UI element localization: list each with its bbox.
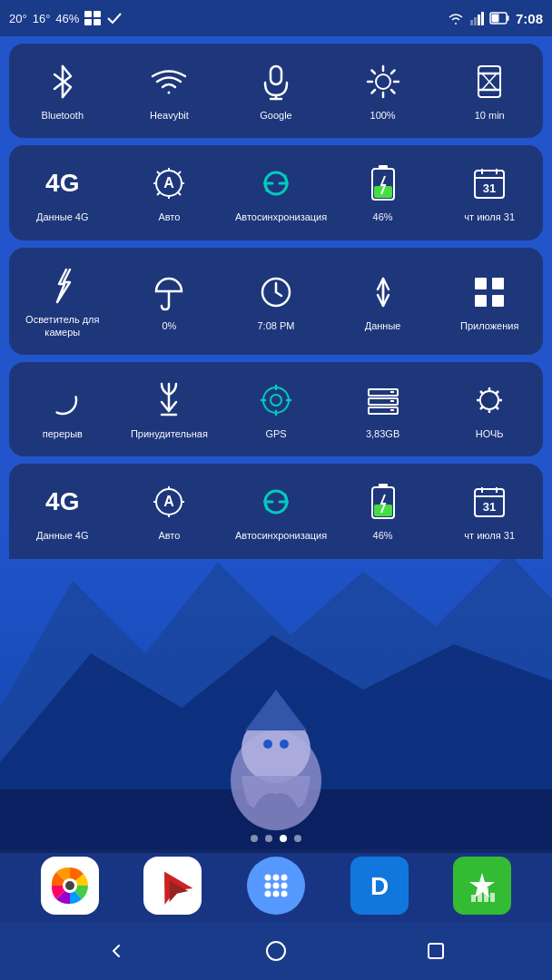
tile-forced[interactable]: Принудительная: [116, 371, 223, 447]
partial-tile-sync-label: Автосинхронизация: [235, 529, 317, 542]
tile-bluetooth[interactable]: Bluetooth: [9, 53, 116, 129]
partial-tile-sync[interactable]: Автосинхронизация: [222, 473, 330, 549]
svg-point-68: [263, 387, 289, 413]
partial-auto-icon: A: [147, 480, 191, 524]
recent-button[interactable]: [418, 933, 454, 969]
tile-wifi[interactable]: Heavybit: [116, 53, 223, 129]
partial-tile-4g-label: Данные 4G: [36, 529, 88, 542]
svg-point-104: [65, 881, 74, 890]
tile-storage[interactable]: 3,83GB: [330, 371, 437, 447]
partial-panel: 4G Данные 4G A Авто: [9, 464, 543, 558]
partial-tile-battery[interactable]: 46%: [330, 473, 437, 549]
tile-calendar-label: чт июля 31: [464, 211, 515, 223]
app-row: D: [0, 849, 552, 922]
svg-rect-1: [94, 11, 101, 17]
app-drawer[interactable]: [247, 857, 305, 915]
tile-mic[interactable]: Google: [222, 53, 330, 129]
tile-clock[interactable]: 7:08 PM: [222, 257, 330, 347]
tile-battery[interactable]: 46%: [330, 154, 437, 230]
svg-rect-21: [271, 66, 281, 84]
calendar-icon: 31: [468, 162, 511, 205]
app-leo[interactable]: [41, 857, 99, 915]
partial-tile-calendar-label: чт июля 31: [464, 529, 515, 542]
partial-4g-icon: 4G: [41, 480, 84, 524]
tile-data[interactable]: Данные: [330, 257, 437, 347]
svg-line-30: [391, 90, 395, 93]
svg-rect-10: [491, 15, 498, 23]
tile-apps[interactable]: Приложения: [436, 257, 543, 347]
svg-rect-62: [475, 295, 487, 307]
svg-rect-9: [507, 15, 508, 21]
temp-low: 16°: [33, 12, 51, 25]
tile-data-label: Данные: [365, 319, 401, 332]
partial-tile-calendar[interactable]: 31 чт июля 31: [436, 473, 543, 549]
torch-icon: [41, 264, 84, 308]
data-icon: [361, 270, 405, 314]
page-dots: [0, 835, 552, 842]
panel-4-grid: перерыв Принудительная: [9, 371, 543, 447]
svg-rect-63: [492, 295, 504, 307]
battery-percent: 46%: [55, 12, 79, 25]
svg-point-17: [263, 740, 272, 749]
tile-torch[interactable]: Осветитель для камеры: [9, 257, 116, 347]
partial-tile-battery-label: 46%: [373, 529, 393, 542]
tile-clock-label: 7:08 PM: [258, 319, 295, 332]
svg-text:D: D: [370, 872, 388, 900]
tile-break[interactable]: перерыв: [9, 371, 116, 447]
brightness-icon: [361, 60, 405, 103]
partial-battery-icon: [361, 480, 405, 524]
partial-tile-auto[interactable]: A Авто: [116, 473, 223, 549]
svg-point-67: [271, 395, 281, 406]
tile-sync[interactable]: Автосинхронизация: [222, 154, 330, 230]
status-bar: 20° 16° 46%: [0, 0, 552, 36]
svg-rect-60: [475, 278, 487, 289]
auto-icon: A: [147, 162, 191, 205]
battery-icon: [490, 12, 510, 24]
partial-tile-4g[interactable]: 4G Данные 4G: [9, 473, 116, 549]
svg-point-114: [264, 891, 271, 897]
nav-bar: [0, 922, 552, 980]
tile-timer[interactable]: 10 min: [436, 53, 543, 129]
background-scene: [0, 508, 552, 853]
clock-icon: [254, 270, 298, 314]
apps-icon: [468, 270, 511, 314]
tile-4g[interactable]: 4G Данные 4G: [9, 154, 116, 230]
tile-night[interactable]: НОЧЬ: [436, 371, 543, 447]
svg-rect-121: [484, 887, 488, 902]
svg-text:31: 31: [483, 500, 496, 514]
tile-mic-label: Google: [260, 109, 291, 122]
tile-gps[interactable]: GPS: [222, 371, 330, 447]
svg-rect-122: [490, 893, 495, 902]
svg-rect-5: [474, 17, 477, 25]
tile-calendar[interactable]: 31 чт июля 31: [436, 154, 543, 230]
panel-1-grid: Bluetooth Heavybit: [9, 53, 543, 129]
sync-icon: [254, 162, 298, 205]
svg-point-111: [264, 883, 271, 889]
svg-point-18: [280, 740, 289, 749]
svg-line-44: [178, 172, 181, 174]
svg-line-84: [480, 391, 483, 394]
svg-point-113: [281, 883, 287, 889]
app-plane[interactable]: [143, 857, 202, 915]
app-dict[interactable]: D: [350, 857, 409, 915]
tile-umbrella[interactable]: 0%: [116, 257, 223, 347]
svg-line-87: [480, 407, 483, 409]
break-icon: [41, 378, 84, 422]
tile-forced-label: Принудительная: [131, 427, 208, 440]
partial-calendar-icon: 31: [468, 480, 511, 524]
home-button[interactable]: [258, 933, 294, 969]
night-icon: [468, 378, 511, 422]
gps-icon: [254, 378, 298, 422]
svg-point-110: [281, 875, 287, 881]
partial-sync-icon: [254, 480, 298, 524]
svg-rect-120: [478, 891, 482, 902]
svg-line-42: [157, 172, 160, 174]
back-button[interactable]: [98, 933, 134, 969]
app-star[interactable]: [453, 857, 511, 915]
tile-gps-label: GPS: [265, 427, 286, 440]
tile-brightness[interactable]: 100%: [330, 53, 437, 129]
svg-point-115: [272, 891, 279, 897]
tile-umbrella-label: 0%: [162, 319, 176, 332]
tile-auto[interactable]: A Авто: [116, 154, 223, 230]
wifi-tile-icon: [147, 60, 191, 103]
